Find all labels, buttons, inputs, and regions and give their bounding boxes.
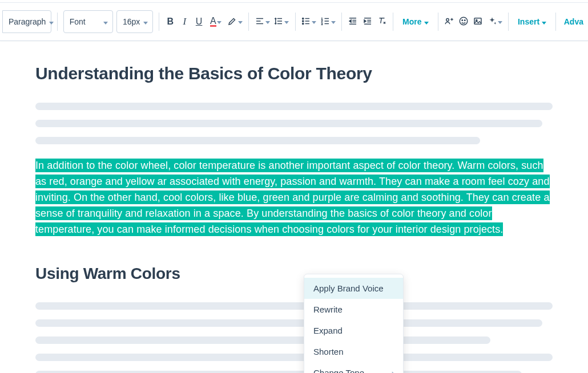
chevron-down-icon	[542, 17, 546, 26]
advanced-button[interactable]: Adva	[562, 10, 586, 33]
outdent-icon	[348, 16, 358, 28]
align-icon	[255, 16, 265, 28]
clear-format-button[interactable]	[376, 10, 387, 33]
menu-item-change-tone[interactable]: Change Tone ›	[304, 362, 403, 373]
selected-paragraph[interactable]: In addition to the color wheel, color te…	[35, 158, 553, 237]
paragraph-style-label: Paragraph	[9, 17, 46, 26]
menu-item-label: Expand	[313, 326, 343, 335]
text-color-icon: A	[210, 17, 216, 27]
indent-icon	[363, 16, 373, 28]
placeholder-line	[35, 319, 542, 327]
editor-toolbar: Paragraph Font 16px B I U A	[0, 2, 588, 41]
clear-format-icon	[377, 16, 387, 28]
chevron-down-icon	[103, 17, 108, 26]
placeholder-line	[35, 137, 480, 144]
font-family-select[interactable]: Font	[63, 10, 113, 33]
menu-item-apply-brand-voice[interactable]: Apply Brand Voice	[304, 278, 403, 299]
chevron-down-icon	[424, 17, 429, 26]
toolbar-divider	[248, 13, 249, 31]
toolbar-divider	[438, 13, 438, 31]
toolbar-divider	[555, 13, 556, 31]
line-height-button[interactable]	[273, 10, 289, 33]
svg-point-29	[465, 19, 466, 21]
chevron-down-icon	[312, 19, 316, 25]
font-size-select[interactable]: 16px	[116, 10, 153, 33]
image-button[interactable]	[473, 10, 484, 33]
personalize-icon	[444, 16, 454, 28]
svg-point-28	[462, 19, 463, 21]
paragraph-style-select[interactable]: Paragraph	[2, 10, 51, 33]
toolbar-divider	[159, 13, 159, 31]
font-family-label: Font	[70, 17, 86, 26]
placeholder-line	[35, 336, 490, 344]
menu-item-label: Apply Brand Voice	[313, 283, 384, 293]
placeholder-line	[35, 354, 553, 361]
menu-item-rewrite[interactable]: Rewrite	[304, 299, 403, 320]
menu-item-expand[interactable]: Expand	[304, 320, 403, 341]
svg-point-27	[460, 17, 468, 25]
numbered-list-icon: 123	[320, 16, 331, 28]
placeholder-line	[35, 120, 542, 127]
chevron-down-icon	[498, 19, 502, 25]
bold-icon: B	[167, 17, 174, 27]
svg-point-7	[303, 20, 304, 21]
chevron-down-icon	[143, 17, 148, 26]
chevron-down-icon	[284, 19, 289, 25]
chevron-down-icon	[238, 19, 243, 25]
menu-item-label: Shorten	[313, 347, 344, 356]
chevron-right-icon: ›	[392, 368, 394, 373]
personalize-button[interactable]	[444, 10, 454, 33]
unordered-list-button[interactable]	[301, 10, 316, 33]
more-label: More	[402, 17, 421, 26]
image-icon	[473, 16, 483, 28]
svg-rect-30	[474, 18, 481, 24]
insert-label: Insert	[518, 17, 539, 26]
svg-text:3: 3	[321, 22, 323, 25]
svg-point-6	[303, 18, 304, 19]
placeholder-line	[35, 371, 522, 373]
emoji-icon	[458, 16, 469, 28]
chevron-down-icon	[331, 19, 336, 25]
underline-icon: U	[196, 17, 203, 27]
chevron-down-icon	[49, 17, 54, 26]
svg-point-26	[446, 18, 449, 21]
align-button[interactable]	[255, 10, 270, 33]
ai-context-menu: Apply Brand Voice Rewrite Expand Shorten…	[304, 274, 404, 373]
indent-button[interactable]	[362, 10, 373, 33]
menu-item-label: Rewrite	[313, 305, 343, 314]
toolbar-divider	[57, 13, 58, 31]
heading-1[interactable]: Understanding the Basics of Color Theory	[35, 64, 553, 83]
placeholder-line	[35, 103, 553, 110]
selected-text: In addition to the color wheel, color te…	[35, 159, 550, 236]
editor-content[interactable]: Understanding the Basics of Color Theory…	[0, 41, 588, 373]
bold-button[interactable]: B	[165, 10, 176, 33]
bullet-list-icon	[301, 16, 311, 28]
svg-point-8	[303, 23, 304, 24]
heading-2[interactable]: Using Warm Colors	[35, 265, 553, 283]
ordered-list-button[interactable]: 123	[320, 10, 336, 33]
toolbar-divider	[341, 13, 342, 31]
menu-item-shorten[interactable]: Shorten	[304, 341, 403, 362]
highlight-icon	[227, 16, 237, 28]
italic-button[interactable]: I	[179, 10, 190, 33]
more-button[interactable]: More	[399, 10, 432, 33]
sparkle-icon	[487, 16, 497, 28]
insert-button[interactable]: Insert	[514, 10, 550, 33]
text-color-button[interactable]: A	[208, 10, 223, 33]
placeholder-line	[35, 302, 553, 310]
emoji-button[interactable]	[458, 10, 469, 33]
underline-button[interactable]: U	[194, 10, 204, 33]
toolbar-divider	[393, 13, 393, 31]
toolbar-divider	[508, 13, 509, 31]
menu-item-label: Change Tone	[313, 368, 364, 373]
line-height-icon	[273, 16, 284, 28]
italic-icon: I	[183, 16, 187, 27]
chevron-down-icon	[265, 19, 270, 25]
ai-button[interactable]	[487, 10, 502, 33]
outdent-button[interactable]	[348, 10, 359, 33]
chevron-down-icon	[217, 19, 221, 25]
font-size-label: 16px	[123, 17, 140, 26]
toolbar-divider	[295, 13, 296, 31]
advanced-label: Adva	[564, 17, 583, 26]
highlight-color-button[interactable]	[227, 10, 243, 33]
